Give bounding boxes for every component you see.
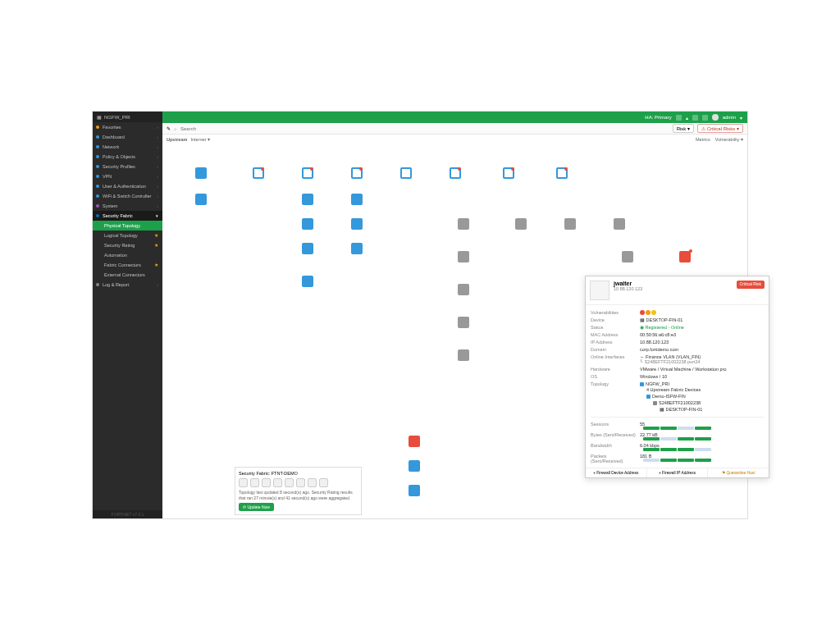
sidebar-item-security-profiles[interactable]: Security Profiles› <box>93 162 162 171</box>
topology-node[interactable] <box>195 194 207 206</box>
fabric-device-icons <box>239 478 358 487</box>
topology-node[interactable] <box>679 251 691 263</box>
topology-node[interactable] <box>515 218 527 231</box>
risk-dropdown[interactable]: Risk ▾ <box>673 124 694 133</box>
topology-node[interactable] <box>458 218 469 231</box>
topology-node[interactable] <box>458 284 469 296</box>
toolbar: ✎ ⌕ Risk ▾ ⚠ Critical Risks ▾ <box>162 123 747 135</box>
sidebar-sub-logical-topology[interactable]: Logical Topology★ <box>93 231 162 240</box>
vulnerability-dots <box>640 310 764 315</box>
cli-icon[interactable] <box>676 115 682 121</box>
sidebar-item-network[interactable]: Network› <box>93 142 162 152</box>
topology-node[interactable] <box>195 167 207 180</box>
sidebar-item-favorites[interactable]: Favorites› <box>93 122 162 132</box>
sidebar-item-wifi-switch[interactable]: WiFi & Switch Controller› <box>93 191 162 201</box>
bell-icon[interactable] <box>702 115 708 121</box>
topology-node[interactable] <box>458 349 469 362</box>
quarantine-host-button[interactable]: ⚑ Quarantine Host <box>708 468 769 477</box>
sidebar-hostname: ▦NGFW_PRI <box>93 112 162 122</box>
topology-node[interactable] <box>409 485 420 497</box>
user-avatar-icon[interactable] <box>712 114 719 121</box>
topology-node[interactable] <box>302 167 313 180</box>
topology-node[interactable] <box>556 167 568 180</box>
topology-node[interactable] <box>400 167 412 180</box>
sidebar-item-vpn[interactable]: VPN› <box>93 171 162 181</box>
device-detail-popup: jwalter 10.88.120.123 Critical Risk Vuln… <box>585 276 769 478</box>
critical-risk-badge: Critical Risk <box>737 281 765 289</box>
firewall-device-address-button[interactable]: + Firewall Device Address <box>586 468 647 477</box>
metrics-label: Metrics <box>696 137 710 142</box>
top-header: HA: Primary ▴ admin ▾ <box>93 112 747 123</box>
topology-node[interactable] <box>564 218 576 231</box>
upstream-label: Upstream <box>167 137 187 142</box>
sidebar-footer: FORTINET v7.0.1 <box>93 510 162 518</box>
topology-node[interactable] <box>458 251 469 263</box>
sidebar-sub-security-rating[interactable]: Security Rating★ <box>93 240 162 250</box>
popup-device-name: jwalter <box>614 281 642 286</box>
star-icon: ★ <box>154 262 158 267</box>
sidebar-sub-automation[interactable]: Automation <box>93 250 162 260</box>
fabric-status-title: Security Fabric: FTNT-DEMO <box>239 471 358 476</box>
sidebar-item-system[interactable]: System› <box>93 201 162 211</box>
topology-node[interactable] <box>503 167 514 180</box>
topology-node[interactable] <box>351 167 363 180</box>
ha-status: HA: Primary <box>645 115 671 120</box>
sidebar-sub-fabric-connectors[interactable]: Fabric Connectors★ <box>93 260 162 270</box>
vulnerability-dropdown[interactable]: Vulnerability ▾ <box>715 137 743 142</box>
app-window: ▦NGFW_PRI Favorites› Dashboard› Network›… <box>92 111 748 519</box>
sidebar-sub-external-connectors[interactable]: External Connectors <box>93 270 162 280</box>
firewall-ip-address-button[interactable]: + Firewall IP Address <box>647 468 709 477</box>
topology-node[interactable] <box>302 243 313 255</box>
sidebar-sub-physical-topology[interactable]: Physical Topology <box>93 221 162 231</box>
star-icon: ★ <box>154 233 158 238</box>
sidebar-item-security-fabric[interactable]: Security Fabric▾ <box>93 211 162 221</box>
topology-node[interactable] <box>622 251 633 263</box>
fabric-status-card: Security Fabric: FTNT-DEMO Topology last… <box>235 467 362 515</box>
topology-node[interactable] <box>302 218 313 231</box>
notification-icon[interactable]: ▴ <box>686 115 688 121</box>
sidebar-item-log-report[interactable]: Log & Report› <box>93 280 162 290</box>
fabric-status-message: Topology last updated 8 second(s) ago. S… <box>239 490 358 500</box>
topology-node[interactable] <box>614 218 625 231</box>
sidebar-item-policy[interactable]: Policy & Objects› <box>93 152 162 162</box>
topology-node[interactable] <box>351 218 363 231</box>
view-bar: Upstream Internet ▾ Metrics Vulnerabilit… <box>162 135 747 144</box>
sidebar-item-dashboard[interactable]: Dashboard› <box>93 132 162 142</box>
topology-node[interactable] <box>458 317 469 329</box>
user-name[interactable]: admin <box>723 115 736 120</box>
sidebar-item-user-auth[interactable]: User & Authentication› <box>93 181 162 191</box>
popup-device-ip: 10.88.120.123 <box>614 286 642 291</box>
topology-node[interactable] <box>450 167 461 180</box>
topology-node[interactable] <box>302 194 313 206</box>
help-icon[interactable] <box>692 115 698 121</box>
topology-node[interactable] <box>253 167 264 180</box>
topology-node[interactable] <box>351 243 363 255</box>
device-avatar-icon <box>590 281 609 300</box>
edit-icon[interactable]: ✎ <box>167 126 171 131</box>
topology-node[interactable] <box>409 460 420 472</box>
update-now-button[interactable]: ⟳ Update Now <box>239 503 274 511</box>
topology-node[interactable] <box>351 194 363 206</box>
nav-sidebar: ▦NGFW_PRI Favorites› Dashboard› Network›… <box>93 112 162 518</box>
upstream-dropdown[interactable]: Internet ▾ <box>190 137 209 142</box>
search-glyph-icon: ⌕ <box>174 126 177 131</box>
search-input[interactable] <box>180 126 230 131</box>
critical-risks-dropdown[interactable]: ⚠ Critical Risks ▾ <box>697 124 743 133</box>
topology-node[interactable] <box>409 436 420 448</box>
star-icon: ★ <box>154 243 158 248</box>
topology-node[interactable] <box>302 276 313 288</box>
